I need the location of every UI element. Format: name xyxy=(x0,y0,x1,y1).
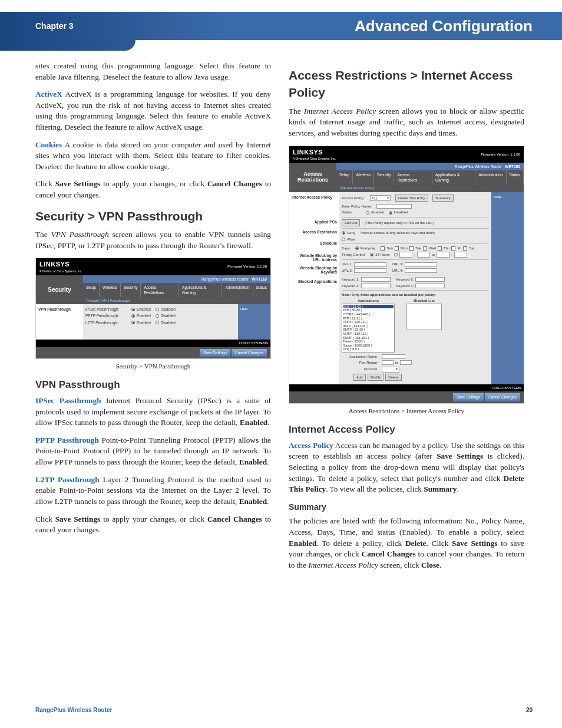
h1-vpn: Security > VPN Passthrough xyxy=(35,207,271,225)
h3-summary: Summary xyxy=(289,502,524,513)
para-ipsec: IPSec Passthrough Internet Protocol Secu… xyxy=(35,396,271,429)
h1-access: Access Restrictions > Internet Access Po… xyxy=(289,67,524,101)
mock-access-screen: LINKSYS A Division of Cisco Systems, Inc… xyxy=(289,146,524,404)
page-footer: RangePlus Wireless Router 20 xyxy=(35,707,533,713)
figure-vpn: LINKSYS A Division of Cisco Systems, Inc… xyxy=(35,258,271,359)
mock1-logo: LINKSYS xyxy=(39,260,82,269)
para-save2: Click Save Settings to apply your change… xyxy=(35,514,271,536)
para-ap: Access Policy Access can be managed by a… xyxy=(289,440,524,495)
mock1-tabs: SetupWirelessSecurityAccess Restrictions… xyxy=(83,283,270,297)
header-curve xyxy=(0,40,135,51)
para-activex: ActiveX ActiveX is a programming languag… xyxy=(35,89,271,133)
para-cookies: Cookies A cookie is data stored on your … xyxy=(35,140,271,173)
page-header: Chapter 3 Advanced Configuration xyxy=(0,12,562,40)
header-title: Advanced Configuration xyxy=(355,17,533,35)
chapter-label: Chapter 3 xyxy=(35,21,74,31)
right-column: Access Restrictions > Internet Access Po… xyxy=(289,61,524,577)
content-columns: sites created using this programming lan… xyxy=(0,40,562,577)
fig2-caption: Access Restrictions > Internet Access Po… xyxy=(289,407,524,416)
footer-product: RangePlus Wireless Router xyxy=(35,707,113,713)
mock-vpn-screen: LINKSYS A Division of Cisco Systems, Inc… xyxy=(35,258,271,359)
para-java: sites created using this programming lan… xyxy=(35,61,271,83)
h2-iap: Internet Access Policy xyxy=(289,423,524,437)
para-save1: Click Save Settings to apply your change… xyxy=(35,179,271,200)
figure-access: LINKSYS A Division of Cisco Systems, Inc… xyxy=(289,146,524,404)
term-activex: ActiveX xyxy=(35,90,62,98)
para-summary: The policies are listed with the followi… xyxy=(289,516,524,571)
para-pptp: PPTP Passthrough Point-to-Point Tunnelin… xyxy=(35,435,271,468)
term-cookies: Cookies xyxy=(35,140,62,149)
footer-page: 20 xyxy=(526,707,533,713)
para-vpn-intro: The VPN Passthrough screen allows you to… xyxy=(35,229,271,251)
left-column: sites created using this programming lan… xyxy=(35,61,271,577)
fig1-caption: Security > VPN Passthrough xyxy=(35,362,271,371)
para-access-intro: The Internet Access Policy screen allows… xyxy=(289,106,524,139)
mock2-app-list: DNS ( 53-53 ) FTP ( 80-80 ) HTTPS ( 443-… xyxy=(342,304,395,353)
h2-vpn: VPN Passthrough xyxy=(35,378,271,392)
para-l2tp: L2TP Passthrough Layer 2 Tunneling Proto… xyxy=(35,475,271,508)
